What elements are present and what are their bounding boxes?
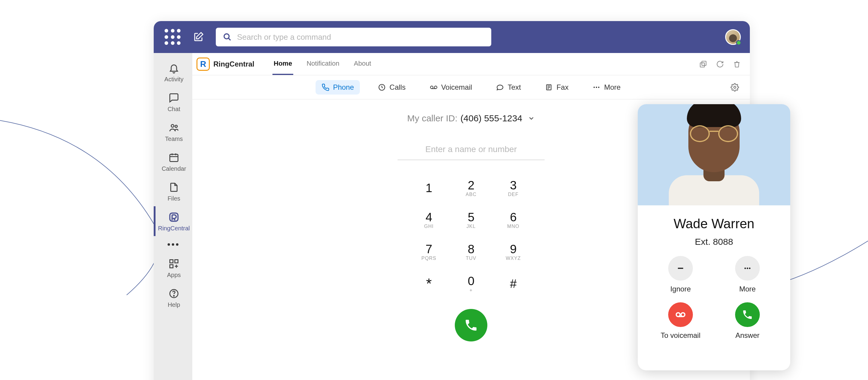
svg-rect-14 <box>702 61 706 65</box>
caller-photo <box>638 104 790 205</box>
voicemail-icon <box>430 83 438 91</box>
svg-line-1 <box>228 38 230 40</box>
apps-icon <box>168 258 179 269</box>
subnav-fax[interactable]: Fax <box>539 80 575 95</box>
nav-label: Apps <box>167 272 181 279</box>
key-9[interactable]: 9WXYZ <box>492 236 534 268</box>
search-bar[interactable] <box>216 28 491 46</box>
compose-icon[interactable] <box>193 32 204 42</box>
nav-label: Calendar <box>161 165 186 172</box>
phone-icon <box>742 309 753 320</box>
nav-ringcentral[interactable]: RingCentral <box>154 206 192 236</box>
caller-name: Wade Warren <box>674 216 754 231</box>
svg-point-25 <box>596 87 597 88</box>
nav-teams[interactable]: Teams <box>154 117 192 147</box>
action-label: More <box>739 285 756 293</box>
svg-point-27 <box>734 86 736 88</box>
caller-id-label: My caller ID: <box>407 113 458 124</box>
svg-rect-10 <box>175 260 178 263</box>
key-star[interactable]: * <box>408 268 450 300</box>
key-5[interactable]: 5JKL <box>450 204 492 236</box>
key-8[interactable]: 8TUV <box>450 236 492 268</box>
subnav-label: Voicemail <box>441 83 472 92</box>
dial-input[interactable] <box>398 141 545 160</box>
subnav-more[interactable]: More <box>587 80 627 95</box>
key-1[interactable]: 1 <box>408 172 450 204</box>
text-icon <box>496 83 504 91</box>
chevron-down-icon <box>528 115 535 122</box>
gear-icon[interactable] <box>731 83 739 92</box>
nav-label: Activity <box>164 76 183 83</box>
subnav-label: More <box>604 83 621 92</box>
more-button[interactable]: More <box>727 256 767 293</box>
ignore-button[interactable]: Ignore <box>661 256 701 293</box>
phone-icon <box>464 318 478 333</box>
ringcentral-icon <box>168 212 179 222</box>
refresh-icon[interactable] <box>716 60 724 68</box>
voicemail-icon <box>675 309 686 320</box>
left-nav: Activity Chat Teams Calendar Files RingC… <box>154 53 192 380</box>
nav-overflow[interactable] <box>154 236 192 253</box>
key-6[interactable]: 6MNO <box>492 204 534 236</box>
key-2[interactable]: 2ABC <box>450 172 492 204</box>
svg-point-18 <box>434 86 437 89</box>
svg-rect-11 <box>170 265 173 268</box>
search-input[interactable] <box>237 33 484 42</box>
minus-icon <box>676 264 685 273</box>
nav-label: Help <box>167 302 180 308</box>
nav-chat[interactable]: Chat <box>154 87 192 117</box>
action-label: To voicemail <box>661 331 701 340</box>
key-4[interactable]: 4GHI <box>408 204 450 236</box>
more-icon <box>592 83 600 91</box>
app-name: RingCentral <box>213 60 254 68</box>
nav-files[interactable]: Files <box>154 176 192 206</box>
svg-point-31 <box>749 268 750 269</box>
teams-icon <box>168 122 179 133</box>
sub-nav: Phone Calls Voicemail Text Fax <box>192 75 750 99</box>
nav-help[interactable]: Help <box>154 283 192 313</box>
svg-rect-4 <box>170 154 178 162</box>
popout-icon[interactable] <box>699 60 707 68</box>
calendar-icon <box>168 152 179 163</box>
subnav-text[interactable]: Text <box>490 80 527 95</box>
call-button[interactable] <box>455 309 487 341</box>
search-icon <box>223 33 231 41</box>
svg-point-24 <box>594 87 595 88</box>
more-icon <box>743 264 752 273</box>
file-icon <box>168 182 179 193</box>
waffle-icon[interactable] <box>164 29 181 45</box>
subnav-calls[interactable]: Calls <box>372 80 411 95</box>
keypad: 1 2ABC 3DEF 4GHI 5JKL 6MNO 7PQRS 8TUV 9W… <box>408 172 534 300</box>
subnav-label: Text <box>507 83 521 92</box>
header-tabs: Home Notification About <box>273 53 372 75</box>
ringcentral-logo-icon: R <box>196 58 210 71</box>
clock-icon <box>378 83 386 91</box>
svg-point-2 <box>171 125 174 127</box>
subnav-label: Fax <box>556 83 568 92</box>
subnav-phone[interactable]: Phone <box>315 80 360 95</box>
caller-id-selector[interactable]: My caller ID: (406) 555-1234 <box>407 113 535 124</box>
trash-icon[interactable] <box>733 60 741 68</box>
tab-about[interactable]: About <box>352 53 373 75</box>
chat-icon <box>168 93 179 103</box>
nav-label: Chat <box>167 106 180 113</box>
key-3[interactable]: 3DEF <box>492 172 534 204</box>
key-hash[interactable]: # <box>492 268 534 300</box>
subnav-label: Calls <box>390 83 405 92</box>
key-7[interactable]: 7PQRS <box>408 236 450 268</box>
bell-icon <box>168 63 179 73</box>
tab-home[interactable]: Home <box>273 53 293 75</box>
nav-apps[interactable]: Apps <box>154 253 192 283</box>
incoming-call-card: Wade Warren Ext. 8088 Ignore More To voi… <box>638 104 790 370</box>
key-0[interactable]: 0+ <box>450 268 492 300</box>
current-user-avatar[interactable] <box>725 29 741 45</box>
subnav-voicemail[interactable]: Voicemail <box>424 80 478 95</box>
to-voicemail-button[interactable]: To voicemail <box>661 302 701 340</box>
svg-point-26 <box>598 87 599 88</box>
nav-calendar[interactable]: Calendar <box>154 147 192 176</box>
nav-activity[interactable]: Activity <box>154 57 192 87</box>
svg-point-0 <box>224 34 229 39</box>
tab-notification[interactable]: Notification <box>305 53 341 75</box>
answer-button[interactable]: Answer <box>727 302 767 340</box>
app-header: R RingCentral Home Notification About <box>192 53 750 75</box>
